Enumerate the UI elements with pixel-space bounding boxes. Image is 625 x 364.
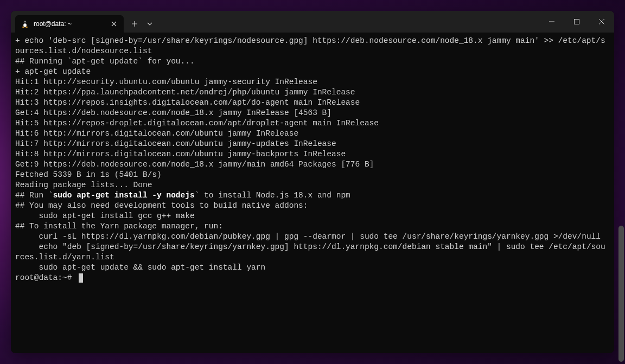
svg-point-2 xyxy=(23,23,27,27)
terminal-line: Reading package lists... Done xyxy=(15,180,610,190)
close-button[interactable] xyxy=(589,11,614,33)
terminal-line: ## You may also need development tools t… xyxy=(15,201,610,211)
terminal-line: ## Running `apt-get update` for you... xyxy=(15,56,610,67)
tab-dropdown-button[interactable] xyxy=(143,15,156,33)
terminal-line: ## Run `sudo apt-get install -y nodejs` … xyxy=(15,190,610,201)
terminal-line: Fetched 5339 B in 1s (5401 B/s) xyxy=(15,170,610,180)
terminal-line: Hit:2 https://ppa.launchpadcontent.net/o… xyxy=(15,87,610,98)
terminal-line: Hit:6 http://mirrors.digitalocean.com/ub… xyxy=(15,129,610,139)
terminal-line: sudo apt-get install gcc g++ make xyxy=(15,211,610,221)
terminal-line: curl -sL https://dl.yarnpkg.com/debian/p… xyxy=(15,232,610,242)
terminal-window: root@data: ~ xyxy=(11,11,614,353)
minimize-button[interactable] xyxy=(539,11,564,33)
maximize-button[interactable] xyxy=(564,11,589,33)
terminal-line: Get:9 https://deb.nodesource.com/node_18… xyxy=(15,159,610,170)
svg-point-8 xyxy=(25,27,28,28)
terminal-content[interactable]: + echo 'deb-src [signed-by=/usr/share/ke… xyxy=(11,33,614,353)
terminal-tab[interactable]: root@data: ~ xyxy=(15,15,124,33)
cursor xyxy=(79,273,83,283)
terminal-line: + echo 'deb-src [signed-by=/usr/share/ke… xyxy=(15,36,610,56)
terminal-line: echo "deb [signed-by=/usr/share/keyrings… xyxy=(15,242,610,263)
tux-icon xyxy=(21,20,29,28)
terminal-line: Hit:8 http://mirrors.digitalocean.com/ub… xyxy=(15,149,610,159)
terminal-text-bold: sudo apt-get install -y nodejs xyxy=(53,191,195,200)
svg-point-7 xyxy=(22,27,24,28)
tabs-container: root@data: ~ xyxy=(11,11,156,33)
terminal-line: + apt-get update xyxy=(15,67,610,77)
window-controls xyxy=(539,11,614,33)
svg-point-5 xyxy=(24,22,25,22)
terminal-line: Hit:5 https://repos-droplet.digitalocean… xyxy=(15,118,610,129)
title-bar: root@data: ~ xyxy=(11,11,614,33)
terminal-line: Hit:1 http://security.ubuntu.com/ubuntu … xyxy=(15,77,610,87)
new-tab-button[interactable] xyxy=(126,15,143,33)
terminal-line: ## To install the Yarn package manager, … xyxy=(15,221,610,232)
svg-point-6 xyxy=(25,22,26,22)
prompt-line: root@data:~# xyxy=(15,273,610,283)
tab-close-button[interactable] xyxy=(110,20,118,28)
tab-title: root@data: ~ xyxy=(34,20,105,28)
prompt-text: root@data:~# xyxy=(15,273,76,283)
svg-rect-9 xyxy=(575,20,579,24)
terminal-line: Hit:7 http://mirrors.digitalocean.com/ub… xyxy=(15,139,610,149)
terminal-line: Hit:3 https://repos.insights.digitalocea… xyxy=(15,98,610,108)
terminal-line: Get:4 https://deb.nodesource.com/node_18… xyxy=(15,108,610,118)
terminal-line: sudo apt-get update && sudo apt-get inst… xyxy=(15,263,610,273)
